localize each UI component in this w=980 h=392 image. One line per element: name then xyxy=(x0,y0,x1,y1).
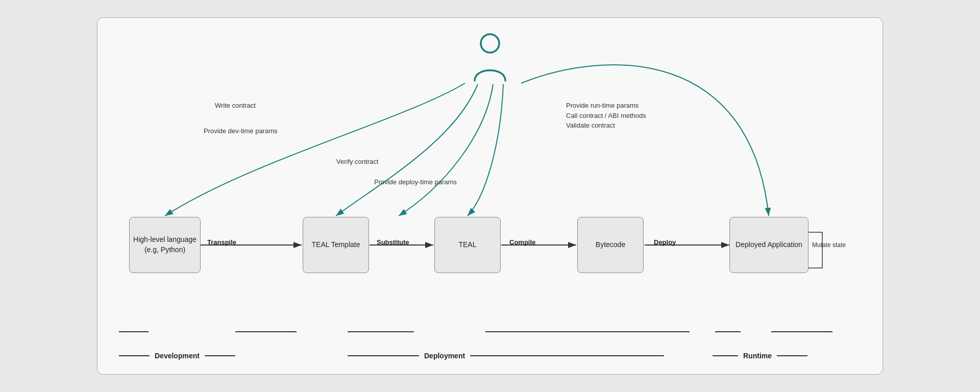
person-icon xyxy=(472,32,508,83)
annotation-runtime-actions: Provide run-time params Call contract / … xyxy=(566,101,646,131)
phase-runtime: Runtime xyxy=(713,352,807,360)
diagram-container: High-level language (e.g, Python) TEAL T… xyxy=(97,17,883,375)
phase-dev-line-left xyxy=(119,355,150,356)
label-transpile: Transpile xyxy=(207,238,236,246)
phase-dep-line-right xyxy=(470,355,664,356)
box-teal-template: TEAL Template xyxy=(303,217,369,273)
box-deployed-app: Deployed Application xyxy=(729,217,808,273)
phase-run-label: Runtime xyxy=(738,352,777,360)
phase-dep-label: Deployment xyxy=(419,352,470,360)
box-teal: TEAL xyxy=(434,217,501,273)
phase-run-line-left xyxy=(713,355,738,356)
annotation-provide-deploy-time: Provide deploy-time params xyxy=(374,177,457,187)
phase-run-line-right xyxy=(777,355,807,356)
phase-dev-label: Development xyxy=(150,352,205,360)
annotation-verify-contract: Verify contract xyxy=(336,157,378,167)
phase-dev-line-right xyxy=(205,355,235,356)
label-compile: Compile xyxy=(509,238,535,246)
box-high-level: High-level language (e.g, Python) xyxy=(129,217,201,273)
label-deploy: Deploy xyxy=(654,238,676,246)
mutate-state-label: Mutate state xyxy=(812,241,846,249)
label-substitute: Substitute xyxy=(377,238,409,246)
svg-point-0 xyxy=(481,34,499,53)
phase-development: Development xyxy=(119,352,235,360)
phase-deployment: Deployment xyxy=(348,352,664,360)
phase-dep-line-left xyxy=(348,355,419,356)
box-bytecode: Bytecode xyxy=(577,217,644,273)
annotation-write-contract: Write contract xyxy=(215,101,256,111)
annotation-provide-dev-time: Provide dev-time params xyxy=(204,126,278,136)
